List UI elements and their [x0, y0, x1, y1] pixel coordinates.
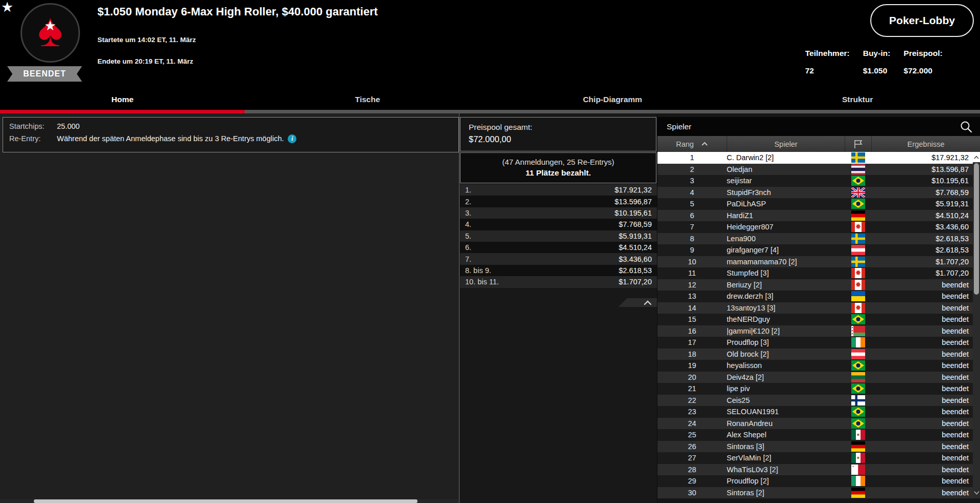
- payout-place: 2.: [465, 198, 471, 206]
- start-time: Startete um 14:02 ET, 11. März: [97, 36, 196, 44]
- country-flag-icon: [845, 453, 871, 463]
- player-row[interactable]: 12 Beriuzy [2] beendet: [657, 279, 973, 291]
- player-row[interactable]: 20 Deiv4za [2] beendet: [657, 372, 973, 383]
- country-flag-icon: [845, 280, 871, 290]
- player-row[interactable]: 7 Heidegger807 $3.436,60: [657, 221, 973, 233]
- active-tab-indicator: [0, 110, 245, 113]
- player-rank: 6: [657, 211, 727, 220]
- sort-asc-icon: [701, 142, 708, 146]
- player-result: beendet: [871, 477, 973, 485]
- scroll-down-button[interactable]: [973, 488, 980, 497]
- player-row[interactable]: 15 theNERDguy beendet: [657, 314, 973, 325]
- scroll-up-button[interactable]: [973, 152, 980, 162]
- player-name: WhaTisL0v3 [2]: [727, 466, 845, 474]
- player-row[interactable]: 22 Ceis25 beendet: [657, 395, 973, 407]
- player-row[interactable]: 10 mamamamama70 [2] $1.707,20: [657, 256, 973, 268]
- player-rank: 8: [657, 235, 727, 243]
- chevron-up-icon: [644, 300, 652, 305]
- player-result: beendet: [871, 431, 973, 439]
- prizepool-label: Preispool gesamt:: [469, 123, 656, 132]
- player-row[interactable]: 25 Alex Shepel beendet: [657, 429, 973, 441]
- player-result: beendet: [871, 304, 973, 312]
- player-row[interactable]: 8 Lena900 $2.618,53: [657, 233, 973, 245]
- poker-lobby-button[interactable]: Poker-Lobby: [870, 4, 974, 37]
- country-flag-icon: [845, 337, 871, 347]
- player-row[interactable]: 13 drew.derzh [3] beendet: [657, 291, 973, 302]
- player-name: RonanAndreu: [727, 419, 845, 428]
- tournament-title: $1.050 Monday 6-Max High Roller, $40.000…: [97, 5, 378, 18]
- player-row[interactable]: 16 |gammi|€120 [2] beendet: [657, 325, 973, 337]
- player-row[interactable]: 6 HardiZ1 $4.510,24: [657, 210, 973, 222]
- payout-amount: $7.768,59: [618, 220, 652, 228]
- country-flag-icon: [845, 326, 871, 336]
- player-row[interactable]: 30 Sintoras [2] beendet: [657, 487, 973, 499]
- scrollbar-thumb[interactable]: [974, 163, 979, 295]
- player-result: beendet: [871, 396, 973, 404]
- player-row[interactable]: 27 SerVlaMin [2] beendet: [657, 452, 973, 464]
- country-flag-icon: [845, 152, 871, 163]
- player-name: SELOUAN1991: [727, 408, 845, 416]
- horizontal-scrollbar[interactable]: [0, 499, 459, 503]
- stat-value: 72: [805, 66, 850, 75]
- hscrollbar-thumb[interactable]: [34, 499, 417, 503]
- player-rank: 27: [657, 454, 727, 462]
- stat-0: Teilnehmer: 72: [805, 49, 850, 75]
- player-row[interactable]: 14 13santoy13 [3] beendet: [657, 302, 973, 314]
- player-row[interactable]: 28 WhaTisL0v3 [2] beendet: [657, 464, 973, 476]
- column-header-results[interactable]: Ergebnisse: [871, 136, 980, 152]
- player-row[interactable]: 2 Oledjan $13.596,87: [657, 164, 973, 176]
- player-result: beendet: [871, 338, 973, 346]
- players-table-header: Rang Spieler Ergebnisse: [657, 136, 980, 152]
- player-row[interactable]: 24 RonanAndreu beendet: [657, 418, 973, 430]
- player-result: beendet: [871, 442, 973, 451]
- player-rank: 21: [657, 384, 727, 393]
- player-result: beendet: [871, 292, 973, 300]
- player-name: Alex Shepel: [727, 431, 845, 439]
- country-flag-icon: [845, 222, 871, 232]
- player-rank: 4: [657, 188, 727, 197]
- player-row[interactable]: 17 Proudflop [3] beendet: [657, 337, 973, 349]
- player-row[interactable]: 9 girafganger7 [4] $2.618,53: [657, 244, 973, 256]
- player-row[interactable]: 5 PaDiLhASP $5.919,31: [657, 198, 973, 210]
- player-row[interactable]: 26 Sintoras [3] beendet: [657, 441, 973, 453]
- player-row[interactable]: 3 seijistar $10.195,61: [657, 175, 973, 187]
- player-row[interactable]: 4 StupidFr3nch $7.768,59: [657, 187, 973, 199]
- search-icon[interactable]: [959, 120, 973, 136]
- country-flag-icon: [845, 268, 871, 278]
- player-row[interactable]: 21 lipe piv beendet: [657, 383, 973, 395]
- tournament-stats: Teilnehmer: 72Buy-in: $1.050Preispool: $…: [805, 49, 943, 75]
- tab-underline: [0, 110, 980, 113]
- player-name: |gammi|€120 [2]: [727, 327, 845, 335]
- player-name: StupidFr3nch: [727, 188, 845, 197]
- player-result: beendet: [871, 373, 973, 381]
- payout-place: 8. bis 9.: [465, 266, 491, 275]
- player-row[interactable]: 11 Stumpfed [3] $1.707,20: [657, 267, 973, 279]
- column-header-player[interactable]: Spieler: [727, 136, 845, 152]
- player-rank: 25: [657, 431, 727, 439]
- info-icon[interactable]: i: [288, 134, 296, 143]
- player-search-input[interactable]: Spieler: [657, 117, 980, 136]
- player-rank: 5: [657, 200, 727, 208]
- star-icon: ★: [44, 18, 56, 34]
- player-row[interactable]: 19 heyalisson beendet: [657, 360, 973, 372]
- favorite-star-icon[interactable]: ★: [1, 0, 13, 15]
- player-row[interactable]: 23 SELOUAN1991 beendet: [657, 406, 973, 418]
- stat-2: Preispool: $72.000: [904, 49, 943, 75]
- payout-row: 1. $17.921,32: [460, 184, 657, 196]
- payout-amount: $2.618,53: [618, 266, 652, 275]
- player-row[interactable]: 1 C. Darwin2 [2] $17.921,32: [657, 152, 973, 164]
- player-result: $5.919,31: [871, 200, 973, 208]
- players-scrollbar[interactable]: [973, 152, 980, 498]
- payout-place: 5.: [465, 232, 471, 240]
- country-flag-icon: [845, 164, 871, 175]
- player-result: $3.436,60: [871, 223, 973, 231]
- player-name: drew.derzh [3]: [727, 292, 845, 300]
- player-row[interactable]: 29 Proudflop [2] beendet: [657, 475, 973, 487]
- payout-row: 7. $3.436,60: [460, 253, 657, 264]
- places-paid-line: 11 Plätze bezahlt.: [461, 168, 656, 178]
- column-header-rank[interactable]: Rang: [657, 136, 727, 152]
- player-row[interactable]: 18 Old brock [2] beendet: [657, 349, 973, 360]
- country-flag-icon: [845, 407, 871, 417]
- column-header-flag[interactable]: [845, 136, 871, 152]
- player-name: Sintoras [3]: [727, 442, 845, 451]
